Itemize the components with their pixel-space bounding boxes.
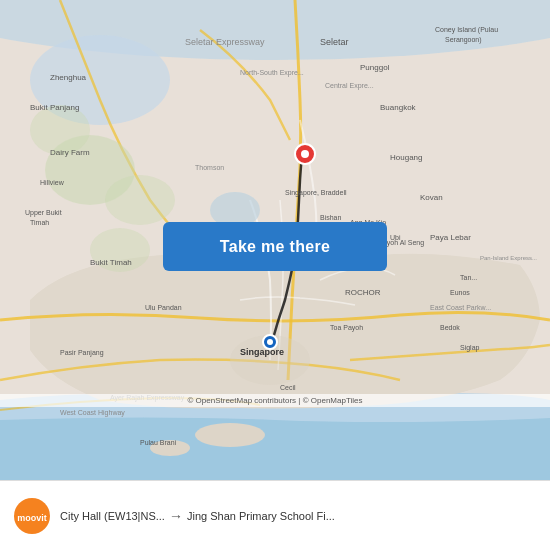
- footer-arrow: →: [169, 508, 183, 524]
- svg-text:East Coast Parkw...: East Coast Parkw...: [430, 304, 491, 311]
- svg-point-3: [195, 423, 265, 447]
- svg-text:Buangkok: Buangkok: [380, 103, 417, 112]
- svg-text:Seletar: Seletar: [320, 37, 349, 47]
- svg-text:moovit: moovit: [17, 513, 47, 523]
- take-me-there-button[interactable]: Take me there: [163, 222, 387, 271]
- svg-text:Eunos: Eunos: [450, 289, 470, 296]
- svg-text:Hillview: Hillview: [40, 179, 65, 186]
- svg-text:Upper Bukit: Upper Bukit: [25, 209, 62, 217]
- svg-text:Zhenghua: Zhenghua: [50, 73, 87, 82]
- svg-text:Pasir Panjang: Pasir Panjang: [60, 349, 104, 357]
- svg-text:Ulu Pandan: Ulu Pandan: [145, 304, 182, 311]
- svg-text:Bedok: Bedok: [440, 324, 460, 331]
- footer: moovit City Hall (EW13|NS... → Jing Shan…: [0, 480, 550, 550]
- svg-text:Serangoon): Serangoon): [445, 36, 482, 44]
- destination-pin: [293, 142, 317, 166]
- svg-text:West Coast Highway: West Coast Highway: [60, 409, 125, 417]
- svg-text:Timah: Timah: [30, 219, 49, 226]
- svg-text:Seletar Expressway: Seletar Expressway: [185, 37, 265, 47]
- svg-text:Toa Payoh: Toa Payoh: [330, 324, 363, 332]
- svg-text:Thomson: Thomson: [195, 164, 224, 171]
- svg-text:Paya Lebar: Paya Lebar: [430, 233, 471, 242]
- svg-text:Cecil: Cecil: [280, 384, 296, 391]
- svg-point-7: [105, 175, 175, 225]
- svg-text:Pulau Brani: Pulau Brani: [140, 439, 177, 446]
- svg-text:ROCHOR: ROCHOR: [345, 288, 381, 297]
- svg-text:Coney Island (Pulau: Coney Island (Pulau: [435, 26, 498, 34]
- svg-text:Bukit Timah: Bukit Timah: [90, 258, 132, 267]
- svg-text:Dairy Farm: Dairy Farm: [50, 148, 90, 157]
- svg-text:Bukit Panjang: Bukit Panjang: [30, 103, 79, 112]
- origin-pin: [261, 333, 279, 351]
- svg-text:Singapore, Braddell: Singapore, Braddell: [285, 189, 347, 197]
- svg-text:Siglap: Siglap: [460, 344, 480, 352]
- svg-text:Kovan: Kovan: [420, 193, 443, 202]
- svg-point-56: [267, 339, 273, 345]
- osm-attribution: © OpenStreetMap contributors | © OpenMap…: [0, 394, 550, 407]
- svg-point-54: [301, 150, 309, 158]
- map-container: Seletar Expressway Seletar Punggol Buang…: [0, 0, 550, 480]
- svg-text:Punggol: Punggol: [360, 63, 390, 72]
- svg-text:Central Expre...: Central Expre...: [325, 82, 374, 90]
- svg-text:Tan...: Tan...: [460, 274, 477, 281]
- footer-origin: City Hall (EW13|NS...: [60, 510, 165, 522]
- svg-text:Pan-Island Express...: Pan-Island Express...: [480, 255, 537, 261]
- footer-destination: Jing Shan Primary School Fi...: [187, 510, 335, 522]
- moovit-logo: moovit: [12, 496, 52, 536]
- svg-text:Hougang: Hougang: [390, 153, 422, 162]
- footer-route: City Hall (EW13|NS... → Jing Shan Primar…: [60, 508, 538, 524]
- svg-text:North-South Expre...: North-South Expre...: [240, 69, 304, 77]
- svg-text:Bishan: Bishan: [320, 214, 342, 221]
